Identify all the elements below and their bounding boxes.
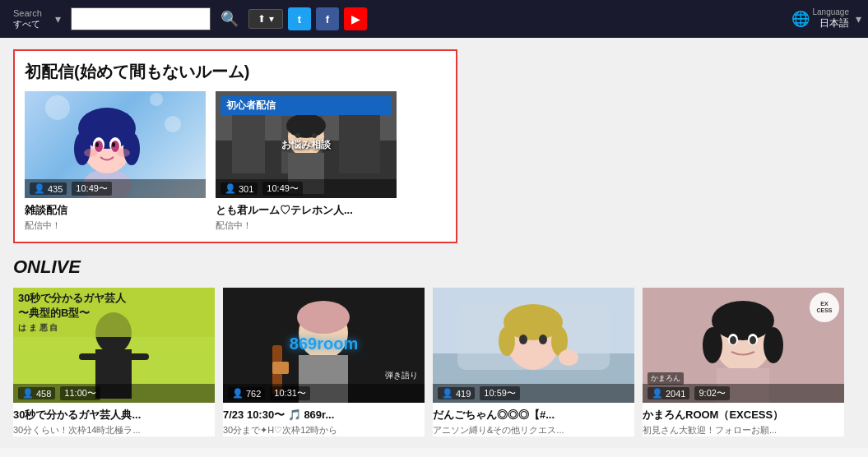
share-dropdown-arrow: ▾ [269,13,274,25]
header: Search すべて ▾ 🔍 ⬆ ▾ t f ▶ 🌐 Language 日本語 … [0,0,868,38]
language-chevron-icon: ▾ [856,12,861,25]
svg-point-52 [703,327,722,363]
svg-point-12 [111,141,119,152]
search-icon: 🔍 [220,11,239,27]
onlive-card-2[interactable]: 869room 弾き語り 👤 762 10:31〜 7/23 10:30〜 🎵 … [223,288,425,436]
svg-point-58 [750,336,756,344]
search-input[interactable] [71,7,211,30]
onlive-card-title-3: だんごちゃん◎◎◎【#... [433,408,634,422]
language-label: Language [813,7,850,16]
stream-thumb-2: 初心者配信 お悩み相談 👤 301 10:49〜 [216,91,397,198]
share-button[interactable]: ⬆ ▾ [248,9,283,29]
onlive-title: ONLIVE [13,256,855,278]
svg-point-0 [45,95,70,120]
svg-point-13 [95,142,99,147]
person-icon-2: 👤 [225,183,236,194]
onlive-viewer-1: 👤 458 [18,387,55,399]
person-icon-6: 👤 [652,388,663,399]
kamaron-name-badge: かまろん [648,372,684,385]
svg-point-1 [165,116,181,132]
card-title-1: 雑談配信 [25,203,206,218]
stream-info-bar-2: 👤 301 10:49〜 [216,179,397,198]
stream-thumb-1: 👤 435 10:49〜 [25,91,206,198]
time-badge-1: 10:49〜 [72,182,112,196]
stream-card-2[interactable]: 初心者配信 お悩み相談 👤 301 10:49〜 とも君ルーム♡テレホン人...… [216,91,397,232]
svg-point-36 [297,301,350,334]
svg-rect-38 [272,362,289,374]
onlive-time-1: 11:00〜 [60,386,100,400]
onlive-viewer-3: 👤 419 [438,387,475,399]
svg-point-15 [84,149,97,157]
svg-rect-30 [79,353,100,360]
card-title-2: とも君ルーム♡テレホン人... [216,203,397,218]
onlive-card-title-1: 30秒で分かるガヤ芸人典... [13,408,215,422]
stream-cards: 👤 435 10:49〜 雑談配信 配信中！ [25,91,446,232]
onlive-info-bar-2: 👤 762 10:31〜 [223,384,425,403]
time-badge-2: 10:49〜 [262,182,303,196]
person-icon-4: 👤 [232,388,244,399]
onlive-card-sub-2: 30分まで✦H♡次枠12時から [223,424,425,436]
youtube-icon: ▶ [351,13,360,25]
svg-rect-19 [232,108,265,173]
svg-point-46 [519,335,527,344]
onlive-section: ONLIVE [13,256,855,436]
onlive-thumb-2: 869room 弾き語り 👤 762 10:31〜 [223,288,425,403]
card-status-2: 配信中！ [216,219,397,232]
guitar-icon-label: 弾き語り [385,370,418,381]
twitter-button[interactable]: t [288,7,311,30]
share-icon: ⬆ [258,13,266,25]
stream-card-1[interactable]: 👤 435 10:49〜 雑談配信 配信中！ [25,91,206,232]
svg-point-26 [312,133,317,138]
person-icon-3: 👤 [22,388,34,399]
onlive-thumb-4: EXCESS かまろん 👤 2041 9:02〜 [643,288,844,403]
shinshinja-badge: 初心者配信 [220,96,392,115]
onlive-time-3: 10:59〜 [480,386,520,400]
svg-point-16 [117,149,130,157]
facebook-icon: f [326,13,329,25]
globe-icon: 🌐 [791,10,810,28]
svg-point-25 [295,133,300,138]
svg-rect-31 [128,353,149,360]
person-icon: 👤 [34,183,45,194]
onlive-info-bar-3: 👤 419 10:59〜 [433,384,634,403]
stream-info-bar-1: 👤 435 10:49〜 [25,179,206,198]
onlive-card-3[interactable]: 👤 419 10:59〜 だんごちゃん◎◎◎【#... アニソン縛り&その他リク… [433,288,634,436]
onlive-card-title-2: 7/23 10:30〜 🎵 869r... [223,408,425,422]
svg-point-51 [712,301,774,340]
onlive-thumb-1: 30秒で分かるガヤ芸人 〜典型的B型〜 は ま 悪 自 👤 458 11:00〜 [13,288,215,403]
excess-badge: EXCESS [810,293,839,322]
svg-point-11 [95,141,103,152]
svg-point-57 [730,336,736,344]
main-content: 初配信(始めて間もないルーム) [0,38,868,448]
search-dropdown-button[interactable]: ▾ [47,9,66,29]
new-section-title: 初配信(始めて間もないルーム) [25,61,446,83]
youtube-button[interactable]: ▶ [344,7,367,30]
svg-point-2 [150,93,163,106]
onlive-thumb-3: 👤 419 10:59〜 [433,288,634,403]
onlive-card-sub-3: アニソン縛り&その他リクエス... [433,424,634,436]
search-area: Search すべて [13,8,42,30]
viewer-count-1: 👤 435 [30,182,67,195]
search-sub: すべて [13,18,40,30]
chevron-down-icon: ▾ [55,12,61,25]
svg-point-44 [499,326,515,356]
onlive-info-bar-4: 👤 2041 9:02〜 [643,384,844,403]
svg-point-24 [286,113,326,138]
onlive-overlay-text-1: 30秒で分かるガヤ芸人 〜典型的B型〜 は ま 悪 自 [18,291,126,334]
svg-point-48 [559,349,578,366]
new-streamers-section: 初配信(始めて間もないルーム) [13,49,457,243]
onlive-info-bar-1: 👤 458 11:00〜 [13,384,215,403]
onlive-card-1[interactable]: 30秒で分かるガヤ芸人 〜典型的B型〜 は ま 悪 自 👤 458 11:00〜… [13,288,215,436]
svg-point-8 [123,132,140,165]
facebook-button[interactable]: f [316,7,339,30]
onlive-time-2: 10:31〜 [270,386,310,400]
onlive-viewer-4: 👤 2041 [648,387,689,399]
onlive-card-4[interactable]: EXCESS かまろん 👤 2041 9:02〜 かまろんROOM（EXCESS… [643,288,844,436]
onlive-viewer-2: 👤 762 [228,387,265,399]
language-selector[interactable]: 🌐 Language 日本語 ▾ [791,7,862,30]
svg-point-7 [74,132,91,165]
twitter-icon: t [298,13,301,25]
onlive-card-sub-1: 30分くらい！次枠14時北極ラ... [13,424,215,436]
svg-rect-21 [339,112,380,173]
search-button[interactable]: 🔍 [216,7,244,31]
